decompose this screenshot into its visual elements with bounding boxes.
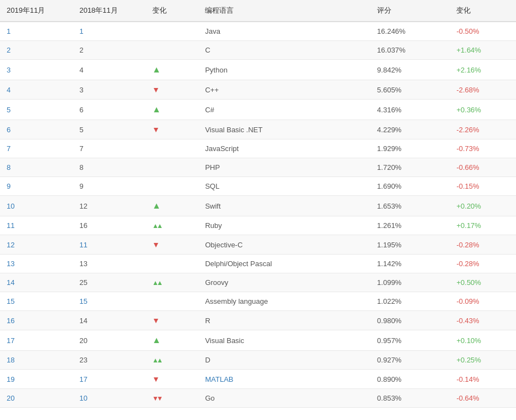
rank-2018: 25 — [73, 273, 145, 292]
rank-2018: 4 — [73, 60, 145, 80]
language-name: R — [198, 311, 370, 330]
arrow-double-up-icon: ▲▲ — [152, 279, 161, 287]
language-name: Go — [198, 389, 370, 408]
score-change: -0.66% — [450, 158, 516, 177]
language-name: C++ — [198, 80, 370, 100]
rank-2019: 2 — [0, 41, 73, 60]
rank-2018[interactable]: 10 — [73, 389, 145, 408]
change-indicator — [146, 158, 199, 177]
arrow-double-down-icon: ▼▼ — [152, 395, 161, 402]
score-value: 9.842% — [370, 60, 450, 80]
change-indicator: ▲ — [146, 330, 199, 351]
score-change: -0.28% — [450, 255, 516, 273]
table-row: 99SQL1.690%-0.15% — [0, 177, 516, 196]
score-change: +2.16% — [450, 60, 516, 80]
table-row: 22C16.037%+1.64% — [0, 41, 516, 60]
change-indicator: ▲ — [146, 100, 199, 120]
score-value: 4.316% — [370, 100, 450, 120]
score-change: +0.36% — [450, 100, 516, 120]
arrow-double-up-icon: ▲▲ — [152, 222, 161, 230]
table-row: 1720▲Visual Basic0.957%+0.10% — [0, 330, 516, 351]
change-indicator — [146, 139, 199, 158]
language-name: Swift — [198, 196, 370, 216]
score-change: -0.14% — [450, 370, 516, 389]
rank-2019: 14 — [0, 273, 73, 292]
rank-2018: 8 — [73, 158, 145, 177]
change-indicator: ▲▲ — [146, 273, 199, 292]
table-row: 65▼Visual Basic .NET4.229%-2.26% — [0, 120, 516, 139]
score-change: +0.25% — [450, 351, 516, 370]
score-change: +0.20% — [450, 196, 516, 216]
header-language: 编程语言 — [198, 0, 370, 22]
change-indicator: ▼ — [146, 120, 199, 139]
rank-2018: 14 — [73, 311, 145, 330]
change-indicator: ▲▲ — [146, 216, 199, 235]
language-name: JavaScript — [198, 139, 370, 158]
rank-2019: 10 — [0, 196, 73, 216]
rank-2019: 7 — [0, 139, 73, 158]
rank-2019: 18 — [0, 351, 73, 370]
rank-2018: 3 — [73, 80, 145, 100]
rank-2018: 6 — [73, 100, 145, 120]
rank-2018[interactable]: 17 — [73, 370, 145, 389]
rank-2018[interactable]: 1 — [73, 22, 145, 41]
score-value: 1.195% — [370, 235, 450, 255]
score-value: 0.890% — [370, 370, 450, 389]
language-name: Visual Basic — [198, 330, 370, 351]
score-change: -0.15% — [450, 177, 516, 196]
change-indicator: ▼ — [146, 370, 199, 389]
table-row: 11Java16.246%-0.50% — [0, 22, 516, 41]
rank-2018[interactable]: 11 — [73, 235, 145, 255]
rank-2019: 20 — [0, 389, 73, 408]
arrow-double-up-icon: ▲▲ — [152, 356, 161, 364]
rank-2018: 9 — [73, 177, 145, 196]
table-row: 56▲C#4.316%+0.36% — [0, 100, 516, 120]
change-indicator — [146, 255, 199, 273]
language-name: Visual Basic .NET — [198, 120, 370, 139]
language-name[interactable]: MATLAB — [198, 370, 370, 389]
rank-2019: 19 — [0, 370, 73, 389]
table-row: 1116▲▲Ruby1.261%+0.17% — [0, 216, 516, 235]
rank-2019: 15 — [0, 292, 73, 311]
language-name: Delphi/Object Pascal — [198, 255, 370, 273]
score-change: +0.17% — [450, 216, 516, 235]
table-row: 1425▲▲Groovy1.099%+0.50% — [0, 273, 516, 292]
score-change: -0.09% — [450, 292, 516, 311]
change-indicator: ▼ — [146, 80, 199, 100]
language-name: C — [198, 41, 370, 60]
score-value: 16.246% — [370, 22, 450, 41]
rank-2019: 3 — [0, 60, 73, 80]
arrow-down-icon: ▼ — [152, 125, 160, 134]
rank-2018[interactable]: 15 — [73, 292, 145, 311]
score-value: 0.980% — [370, 311, 450, 330]
language-name: Python — [198, 60, 370, 80]
language-name: PHP — [198, 158, 370, 177]
table-row: 1515Assembly language1.022%-0.09% — [0, 292, 516, 311]
main-container: 2019年11月 2018年11月 变化 编程语言 评分 变化 11Java16… — [0, 0, 516, 408]
table-row: 1917▼MATLAB0.890%-0.14% — [0, 370, 516, 389]
rankings-table: 2019年11月 2018年11月 变化 编程语言 评分 变化 11Java16… — [0, 0, 516, 408]
rank-2019: 1 — [0, 22, 73, 41]
score-value: 1.653% — [370, 196, 450, 216]
arrow-down-icon: ▼ — [152, 316, 160, 325]
change-indicator — [146, 22, 199, 41]
score-change: +1.64% — [450, 41, 516, 60]
score-value: 0.957% — [370, 330, 450, 351]
rank-2019: 16 — [0, 311, 73, 330]
table-row: 77JavaScript1.929%-0.73% — [0, 139, 516, 158]
score-value: 1.142% — [370, 255, 450, 273]
score-value: 1.022% — [370, 292, 450, 311]
table-row: 1313Delphi/Object Pascal1.142%-0.28% — [0, 255, 516, 273]
table-row: 88PHP1.720%-0.66% — [0, 158, 516, 177]
language-name: Objective-C — [198, 235, 370, 255]
change-indicator: ▲ — [146, 196, 199, 216]
change-indicator — [146, 292, 199, 311]
score-change: -0.28% — [450, 235, 516, 255]
score-value: 4.229% — [370, 120, 450, 139]
rank-2018: 20 — [73, 330, 145, 351]
table-row: 2010▼▼Go0.853%-0.64% — [0, 389, 516, 408]
score-value: 1.929% — [370, 139, 450, 158]
language-name: Assembly language — [198, 292, 370, 311]
rank-2018: 23 — [73, 351, 145, 370]
header-rank-2019: 2019年11月 — [0, 0, 73, 22]
